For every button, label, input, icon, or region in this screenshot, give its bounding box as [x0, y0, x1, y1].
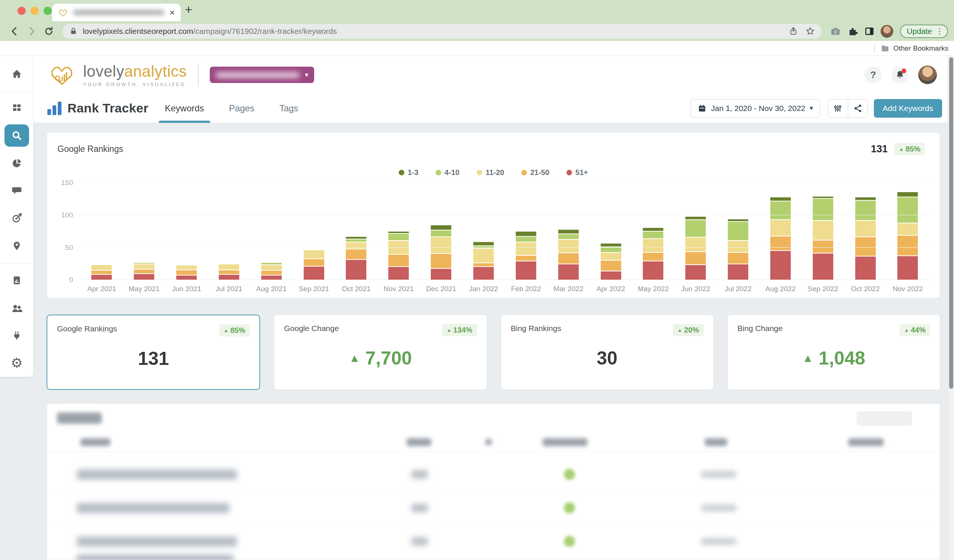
extensions-puzzle-icon[interactable] — [847, 26, 858, 36]
tab-keywords[interactable]: Keywords — [162, 94, 206, 123]
stat-card-google-rankings[interactable]: Google Rankings▲85%131 — [47, 315, 260, 390]
search-icon — [11, 129, 23, 142]
bar-may-2021 — [134, 263, 154, 280]
date-range-picker[interactable]: Jan 1, 2020 - Nov 30, 2022 ▾ — [691, 99, 820, 118]
y-axis-label: 100 — [53, 211, 73, 219]
tab-title-redacted — [73, 10, 164, 15]
sidebar-item-analytics[interactable] — [0, 152, 34, 174]
browser-menu-kebab-icon[interactable]: ⋮ — [936, 27, 943, 36]
bar-segment-21-50 — [473, 263, 494, 267]
share-report-button[interactable] — [848, 100, 868, 117]
legend-item-21-50[interactable]: 21-50 — [521, 168, 549, 177]
campaign-selector[interactable]: ▾ — [210, 67, 314, 83]
legend-item-51+[interactable]: 51+ — [566, 168, 588, 177]
card-title: Google Rankings — [57, 324, 117, 333]
address-bar[interactable]: lovelypixels.clientseoreport.com/campaig… — [62, 24, 822, 39]
bar-segment-1-3 — [685, 217, 706, 219]
sidebar-item-seo-target[interactable] — [0, 208, 34, 229]
tab-pages[interactable]: Pages — [227, 94, 257, 123]
bookmarks-divider — [874, 44, 874, 53]
x-axis-label: Feb 2022 — [505, 285, 547, 293]
bar-apr-2021 — [91, 265, 112, 280]
browser-profile-avatar[interactable] — [881, 25, 893, 37]
table-row[interactable] — [47, 491, 940, 525]
new-tab-button[interactable]: + — [185, 2, 192, 17]
column-header-redacted[interactable] — [542, 438, 587, 446]
side-panel-icon[interactable] — [865, 26, 874, 36]
stat-card-google-change[interactable]: Google Change▲134%▲7,700 — [274, 315, 487, 390]
bar-segment-1-3 — [643, 228, 663, 231]
bar-segment-4-10 — [516, 237, 536, 241]
sidebar-item-users[interactable] — [0, 298, 34, 319]
bar-segment-51+ — [770, 251, 791, 280]
legend-item-1-3[interactable]: 1-3 — [399, 168, 418, 177]
table-row[interactable] — [47, 558, 940, 560]
x-axis-label: Nov 2021 — [377, 285, 420, 293]
sidebar-item-messages[interactable] — [0, 180, 34, 201]
bar-segment-1-3 — [431, 225, 451, 230]
bar-segment-51+ — [388, 267, 409, 280]
stat-card-bing-change[interactable]: Bing Change▲44%▲1,048 — [728, 315, 940, 390]
scrollbar-thumb[interactable] — [949, 58, 953, 389]
sidebar-item-dashboard[interactable] — [0, 97, 34, 118]
page-scrollbar[interactable] — [948, 56, 954, 560]
bar-segment-51+ — [219, 275, 239, 280]
bar-segment-4-10 — [728, 222, 748, 240]
close-window-button[interactable] — [17, 7, 26, 15]
browser-tab[interactable]: × — [52, 4, 181, 21]
reload-icon[interactable] — [44, 26, 54, 36]
sidebar-item-local[interactable] — [0, 235, 34, 256]
x-axis-label: Oct 2022 — [844, 285, 887, 293]
column-header-redacted[interactable] — [705, 438, 727, 446]
share-icon[interactable] — [789, 27, 798, 36]
bookmark-star-icon[interactable] — [805, 26, 815, 36]
camera-extension-icon[interactable] — [830, 26, 841, 36]
traffic-lights — [17, 7, 52, 15]
report-document-icon — [12, 275, 22, 286]
legend-item-4-10[interactable]: 4-10 — [436, 168, 460, 177]
card-value: 131 — [57, 348, 250, 369]
forward-icon[interactable] — [26, 26, 37, 36]
sidebar-item-home[interactable] — [0, 64, 34, 84]
x-axis-label: Aug 2022 — [759, 285, 802, 293]
bar-segment-21-50 — [261, 271, 282, 274]
user-avatar[interactable] — [918, 65, 937, 84]
column-header-redacted[interactable] — [81, 438, 110, 446]
update-browser-button[interactable]: Update ⋮ — [900, 25, 948, 38]
filter-settings-button[interactable] — [828, 100, 848, 117]
bar-segment-11-20 — [728, 241, 748, 252]
table-row[interactable] — [47, 457, 940, 491]
bar-segment-21-50 — [558, 253, 579, 264]
help-button[interactable]: ? — [865, 66, 882, 83]
table-control-redacted[interactable] — [857, 411, 912, 426]
sort-icon[interactable] — [485, 439, 492, 445]
app-header: lovelyanalytics YOUR GROWTH, VISUALIZED … — [34, 56, 948, 94]
bar-segment-11-20 — [601, 253, 621, 260]
bar-segment-21-50 — [219, 270, 239, 274]
sidebar-item-reports[interactable] — [0, 270, 34, 291]
target-arrow-icon — [11, 212, 23, 224]
stat-card-bing-rankings[interactable]: Bing Rankings▲20%30 — [501, 315, 714, 390]
x-axis-label: Jun 2022 — [675, 285, 717, 293]
table-row[interactable] — [47, 525, 940, 558]
add-keywords-button[interactable]: Add Keywords — [874, 99, 942, 118]
back-icon[interactable] — [9, 26, 20, 36]
other-bookmarks-button[interactable]: Other Bookmarks — [893, 44, 948, 53]
x-axis-label: Dec 2021 — [420, 285, 463, 293]
chart-total-value: 131 — [871, 143, 888, 155]
notifications-button[interactable] — [892, 66, 909, 83]
bar-apr-2022 — [601, 244, 621, 280]
bar-segment-51+ — [813, 254, 833, 280]
column-header-redacted[interactable] — [407, 438, 431, 446]
bar-segment-4-10 — [855, 201, 876, 220]
zoom-window-button[interactable] — [44, 7, 52, 15]
legend-dot-icon — [477, 170, 482, 175]
tab-tags[interactable]: Tags — [277, 94, 301, 123]
column-header-redacted[interactable] — [848, 438, 884, 446]
tab-close-icon[interactable]: × — [170, 8, 175, 17]
minimize-window-button[interactable] — [31, 7, 39, 15]
sidebar-item-integrations[interactable] — [0, 325, 34, 346]
sidebar-item-settings[interactable]: ⚙ — [0, 353, 34, 373]
legend-item-11-20[interactable]: 11-20 — [477, 168, 504, 177]
sidebar-item-rank-tracker[interactable] — [5, 124, 29, 147]
